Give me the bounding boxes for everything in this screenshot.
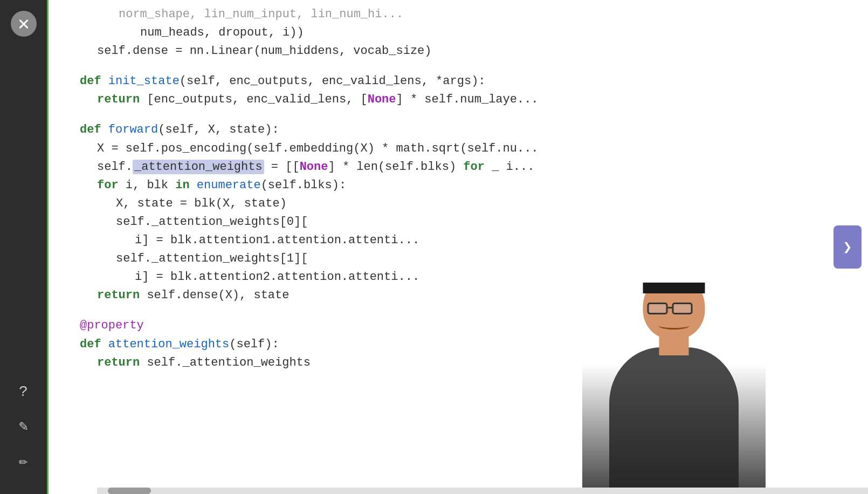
sidebar: ? ✎ ✏ bbox=[0, 0, 49, 494]
code-line: def forward(self, X, state): bbox=[65, 121, 852, 139]
next-nav-arrow[interactable]: ❯ bbox=[833, 225, 862, 269]
help-button[interactable]: ? bbox=[12, 380, 36, 403]
code-line: X, state = blk(X, state) bbox=[65, 195, 852, 213]
code-area: norm_shape, lin_num_input, lin_num_hi...… bbox=[49, 0, 868, 494]
scrollbar-thumb[interactable] bbox=[108, 488, 151, 494]
edit-button-1[interactable]: ✎ bbox=[12, 414, 36, 438]
code-line: self._attention_weights[1][ bbox=[65, 250, 852, 268]
code-line-empty bbox=[65, 109, 852, 121]
code-line: num_heads, dropout, i)) bbox=[65, 24, 852, 42]
code-line-empty bbox=[65, 60, 852, 72]
close-button[interactable] bbox=[11, 11, 37, 37]
watermark: CSDN @AI架构师易筋 bbox=[773, 475, 860, 486]
code-line-attention-weights: self._attention_weights = [[None] * len(… bbox=[65, 158, 852, 176]
code-line: self.dense = nn.Linear(num_hiddens, voca… bbox=[65, 42, 852, 60]
code-line: for i, blk in enumerate(self.blks): bbox=[65, 176, 852, 195]
code-line: def init_state(self, enc_outputs, enc_va… bbox=[65, 72, 852, 91]
code-line: X = self.pos_encoding(self.embedding(X) … bbox=[65, 140, 852, 158]
code-line: self._attention_weights[0][ bbox=[65, 213, 852, 231]
code-line: i] = blk.attention1.attention.attenti... bbox=[65, 231, 852, 250]
presenter-overlay bbox=[582, 283, 766, 488]
code-line: norm_shape, lin_num_input, lin_num_hi... bbox=[65, 5, 852, 24]
presenter-head bbox=[643, 283, 705, 339]
horizontal-scrollbar[interactable] bbox=[97, 488, 868, 494]
edit-button-2[interactable]: ✏ bbox=[12, 449, 36, 472]
code-line: return [enc_outputs, enc_valid_lens, [No… bbox=[65, 91, 852, 109]
